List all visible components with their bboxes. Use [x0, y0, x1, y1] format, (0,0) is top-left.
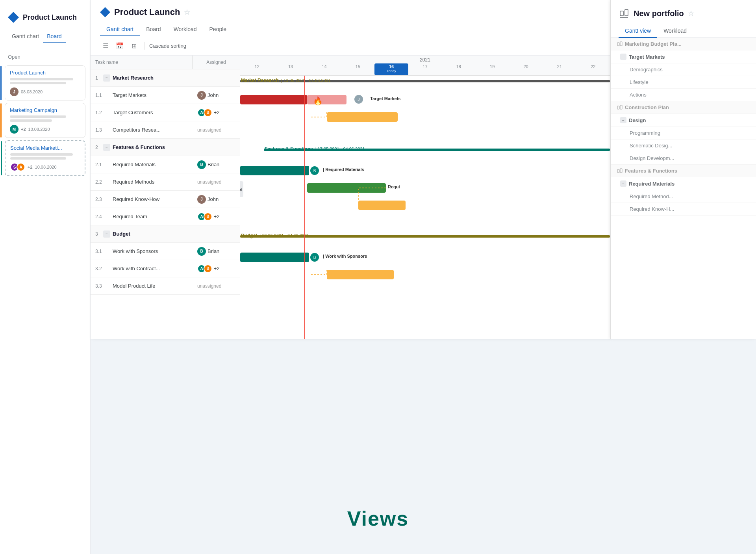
task-name-req-team: Required Team	[113, 214, 193, 219]
card-3-plus: +2	[28, 165, 33, 169]
tree-item-construction-plan[interactable]: Construction Plan	[611, 101, 756, 114]
group-3-bar-label: Budget	[241, 233, 257, 238]
bar-3-1	[240, 253, 309, 262]
tree-item-demographics[interactable]: Demographics	[611, 63, 756, 76]
toolbar-layout-icon[interactable]: ⊞	[128, 40, 139, 51]
tree-item-req-method[interactable]: Required Method...	[611, 190, 756, 203]
gantt-day-15: 15	[341, 63, 374, 75]
task-assigned-1-1: J John	[193, 91, 240, 100]
tree-item-marketing-budget[interactable]: Marketing Budget Pla...	[611, 38, 756, 50]
group-1-label-row: Market Research | 13.05.2021 - 01.06.202…	[241, 78, 331, 83]
plus-2-4: +2	[214, 214, 220, 219]
tab-gantt-chart[interactable]: Gantt chart	[100, 23, 140, 36]
task-num-3-2: 3.2	[91, 266, 103, 271]
tree-collapse-1[interactable]: −	[620, 54, 626, 60]
tree-item-lifestyle[interactable]: Lifestyle	[611, 76, 756, 89]
table-row-1-1: 1.1 Target Markets J John	[91, 87, 240, 104]
unassigned-2-2: unassigned	[197, 179, 221, 185]
avatar-3-2-b: B	[204, 264, 212, 273]
card-3-avatars: S A	[10, 163, 25, 171]
right-panel-header: New portfolio ☆ Gantt view Workload	[611, 0, 756, 38]
right-panel-star-icon[interactable]: ☆	[688, 9, 694, 18]
collapse-2[interactable]: −	[103, 144, 110, 151]
right-title-row: New portfolio ☆	[619, 8, 748, 19]
assignee-brian-1: Brian	[208, 162, 219, 167]
collapse-1[interactable]: −	[103, 74, 110, 82]
table-row-3-1: 3.1 Work with Sponsors B Brian	[91, 243, 240, 260]
task-name-req-methods: Required Methods	[113, 179, 193, 185]
card-2-title: Marketing Campaign	[10, 107, 80, 113]
card-social-media[interactable]: Social Media Marketi... S A +2 10.08.202…	[5, 140, 85, 176]
tree-label-lifestyle: Lifestyle	[630, 79, 649, 85]
group-1-date-range: | 13.05.2021 - 01.06.2021	[281, 78, 331, 83]
tree-collapse-3[interactable]: −	[620, 180, 626, 187]
right-tab-workload[interactable]: Workload	[657, 24, 693, 38]
gantt-day-22: 22	[576, 63, 610, 75]
gantt-day-14: 14	[308, 63, 341, 75]
table-row-2-4: 2.4 Required Team A B +2	[91, 208, 240, 225]
tree-item-target-markets[interactable]: − Target Markets	[611, 50, 756, 63]
tree-item-design-dev[interactable]: Design Developm...	[611, 152, 756, 165]
tree-item-req-know[interactable]: Required Know-H...	[611, 203, 756, 216]
gantt-arrows	[240, 76, 610, 339]
collapse-3[interactable]: −	[103, 231, 110, 238]
task-num-1: 1	[91, 75, 103, 81]
today-line	[304, 76, 305, 339]
tree-label-schematic: Schematic Desig...	[630, 143, 672, 149]
right-portfolio-panel: New portfolio ☆ Gantt view Workload Mark…	[610, 0, 756, 339]
task-assigned-3-2: A B +2	[193, 264, 240, 273]
toolbar-list-icon[interactable]: ☰	[100, 40, 111, 51]
task-name-competitors: Competitors Resea...	[113, 127, 193, 133]
collapse-handle[interactable]: ◀	[240, 181, 243, 197]
tree-label-demographics: Demographics	[630, 67, 663, 73]
tree-collapse-2[interactable]: −	[620, 117, 626, 123]
tab-board[interactable]: Board	[140, 23, 167, 36]
card-3-date: 10.08.2020	[35, 165, 57, 169]
svg-rect-7	[617, 169, 619, 173]
task-num-2-1: 2.1	[91, 162, 103, 167]
card-2-avatar: M	[10, 125, 19, 134]
card-1-bar-2	[10, 82, 66, 84]
card-3-avatar-2: A	[17, 163, 25, 171]
tree-label-req-materials: Required Materials	[629, 181, 674, 187]
tree-item-actions[interactable]: Actions	[611, 89, 756, 101]
sidebar-nav-board[interactable]: Board	[43, 31, 65, 43]
tree-item-schematic[interactable]: Schematic Desig...	[611, 139, 756, 152]
card-product-launch[interactable]: Product Launch J 08.08.2020	[5, 65, 85, 100]
tree-label-construction-plan: Construction Plan	[625, 104, 669, 110]
task-num-3: 3	[91, 231, 103, 237]
toolbar-calendar-icon[interactable]: 📅	[114, 40, 125, 51]
task-num-3-1: 3.1	[91, 249, 103, 254]
card-marketing-campaign[interactable]: Marketing Campaign M +2 10.08.2020	[5, 103, 85, 138]
task-assigned-1-2: A B +2	[193, 108, 240, 117]
svg-rect-5	[617, 106, 619, 109]
svg-rect-6	[620, 105, 622, 109]
sidebar-nav-gantt[interactable]: Gantt chart	[8, 31, 43, 43]
tree-item-programming[interactable]: Programming	[611, 127, 756, 139]
tree-item-req-materials[interactable]: − Required Materials	[611, 177, 756, 190]
main-header: Product Launch ☆ Gantt chart Board Workl…	[91, 0, 610, 36]
card-1-avatar: J	[10, 87, 19, 96]
card-1-title: Product Launch	[10, 70, 80, 76]
task-num-1-2: 1.2	[91, 110, 103, 115]
task-assigned-2-2: unassigned	[193, 179, 240, 185]
tab-workload[interactable]: Workload	[167, 23, 203, 36]
tab-people[interactable]: People	[203, 23, 233, 36]
task-table-header: Task name Assigned	[91, 56, 240, 69]
task-assigned-2-3: J John	[193, 195, 240, 204]
label-2-2: Requi	[388, 184, 400, 189]
right-tab-gantt-view[interactable]: Gantt view	[619, 24, 657, 38]
task-name-features: Features & Functions	[113, 144, 193, 150]
task-name-market-research: Market Research	[113, 75, 193, 81]
task-num-2-4: 2.4	[91, 214, 103, 219]
sidebar-header: Product Launch	[0, 8, 90, 31]
views-label: Views	[347, 507, 409, 530]
tree-label-req-know: Required Know-H...	[630, 206, 674, 212]
tree-label-actions: Actions	[630, 92, 647, 98]
card-1-date: 08.08.2020	[21, 89, 43, 94]
tree-item-design[interactable]: − Design	[611, 114, 756, 127]
tree-item-features-functions[interactable]: Features & Functions	[611, 165, 756, 177]
sidebar-section-open: Open	[0, 49, 90, 63]
table-row-3-3: 3.3 Model Product Life unassigned	[91, 277, 240, 295]
main-favorite-icon[interactable]: ☆	[184, 8, 190, 17]
